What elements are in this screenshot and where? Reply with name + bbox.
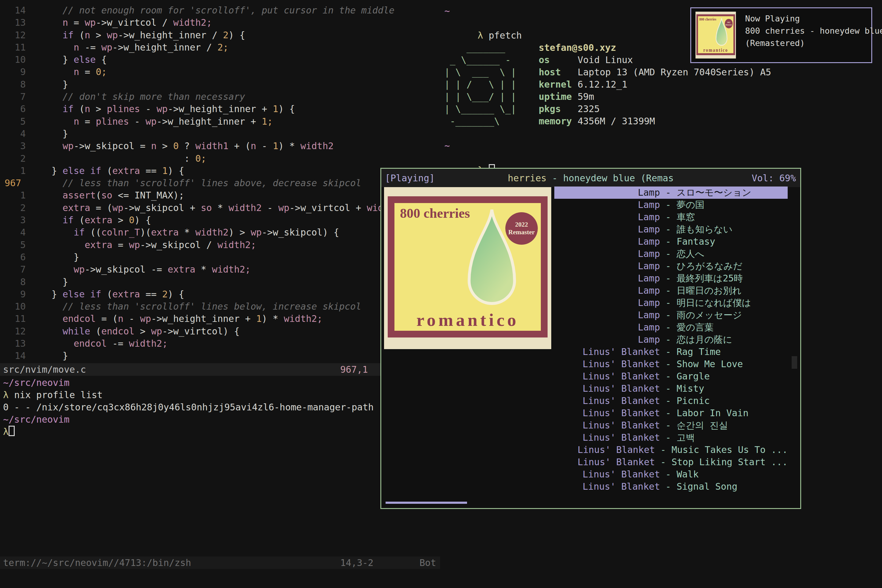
void-linux-ascii-logo: | | \___/ | |: [444, 91, 539, 103]
code-line[interactable]: 7 // don't skip more than necessary: [0, 91, 440, 103]
playlist-row[interactable]: Linus' Blanket - 고백: [554, 432, 788, 444]
relative-line-number: 1: [0, 189, 40, 201]
relative-line-number: 2: [0, 153, 40, 165]
code-line[interactable]: 1 assert(so <= INT_MAX);: [0, 189, 440, 201]
track-artist: Lamp: [554, 321, 660, 333]
track-title: - Labor In Vain: [660, 407, 748, 419]
notification-text: Now Playing 800 cherries - honeydew blue…: [745, 12, 882, 49]
playlist-row[interactable]: Linus' Blanket - Walk: [554, 468, 788, 480]
code-line[interactable]: 967 // less than 'scrolloff' lines above…: [0, 177, 440, 189]
playlist-row[interactable]: Lamp - 雨のメッセージ: [554, 309, 788, 321]
code-line[interactable]: 2 extra = (wp->w_skipcol + so * width2 -…: [0, 202, 440, 214]
track-title: - 恋は月の蔭に: [660, 333, 732, 346]
playlist-row[interactable]: Linus' Blanket - Misty: [554, 382, 788, 395]
playlist-row[interactable]: Lamp - 日曜日のお別れ: [554, 285, 788, 297]
playlist-row[interactable]: Lamp - 恋人へ: [554, 248, 788, 260]
relative-line-number: 14: [0, 350, 40, 362]
playlist-row[interactable]: Lamp - 愛の言葉: [554, 321, 788, 333]
playlist-row[interactable]: Lamp - 最終列車は25時: [554, 272, 788, 285]
playlist-row[interactable]: Lamp - 恋は月の蔭に: [554, 333, 788, 346]
relative-line-number: 13: [0, 16, 40, 29]
playlist-row[interactable]: Linus' Blanket - Rag Time: [554, 346, 788, 358]
code-line[interactable]: 7 wp->w_skipcol -= extra * width2;: [0, 263, 440, 276]
pfetch-label: uptime: [539, 91, 578, 103]
playlist-row[interactable]: Linus' Blanket - Stop Liking Start ...: [554, 456, 788, 468]
playlist-row[interactable]: Lamp - 車窓: [554, 211, 788, 223]
volume-indicator[interactable]: Vol: 69%: [752, 173, 796, 183]
player-marquee-title: herries - honeydew blue (Remas: [508, 173, 674, 183]
code-line[interactable]: 8 }: [0, 78, 440, 91]
music-player-window[interactable]: [Playing] herries - honeydew blue (Remas…: [380, 168, 801, 509]
track-title: - Music Takes Us To ...: [655, 444, 788, 456]
track-progress-bar[interactable]: [386, 502, 467, 504]
track-artist: Linus' Blanket: [554, 370, 660, 382]
playlist[interactable]: Lamp - スロ〜モ〜ションLamp - 夢の国Lamp - 車窓Lamp -…: [554, 186, 788, 493]
code-line[interactable]: 8 }: [0, 276, 440, 288]
playlist-row[interactable]: Lamp - ひろがるなみだ: [554, 260, 788, 272]
desktop: 14 // not enough room for 'scrolloff', p…: [0, 0, 882, 588]
track-artist: Lamp: [554, 272, 660, 285]
code-line[interactable]: 1 } else if (extra == 1) {: [0, 165, 440, 177]
pfetch-row: -_______\memory4356M / 31399M: [444, 115, 771, 128]
track-artist: Lamp: [554, 260, 660, 272]
code-line[interactable]: 6 }: [0, 251, 440, 263]
playlist-row[interactable]: Lamp - 誰も知らない: [554, 223, 788, 236]
playlist-row-selected[interactable]: Lamp - スロ〜モ〜ション: [554, 186, 788, 199]
code-line[interactable]: 14 // not enough room for 'scrolloff', p…: [0, 4, 440, 16]
playlist-row[interactable]: Linus' Blanket - 순간의 진실: [554, 419, 788, 432]
code-area[interactable]: 14 // not enough room for 'scrolloff', p…: [0, 4, 440, 362]
code-line[interactable]: 11 n -= wp->w_height_inner / 2;: [0, 41, 440, 54]
code-line[interactable]: 12 while (endcol > wp->w_virtcol) {: [0, 325, 440, 338]
track-artist: Lamp: [554, 309, 660, 321]
pfetch-value: 2325: [578, 103, 600, 115]
track-title: - 夢の国: [660, 199, 704, 211]
playlist-row[interactable]: Lamp - 明日になれば僕は: [554, 297, 788, 309]
code-line[interactable]: 13 endcol -= width2;: [0, 338, 440, 350]
code-line[interactable]: 3 if (extra > 0) {: [0, 214, 440, 226]
code-line[interactable]: 4 if ((colnr_T)(extra * width2) > wp->w_…: [0, 226, 440, 238]
track-artist: Lamp: [554, 186, 660, 199]
playlist-row[interactable]: Linus' Blanket - Labor In Vain: [554, 407, 788, 419]
playlist-row[interactable]: Lamp - Fantasy: [554, 236, 788, 248]
code-line[interactable]: 9 } else if (extra == 2) {: [0, 288, 440, 300]
relative-line-number: 6: [0, 251, 40, 263]
playlist-scrollbar-thumb[interactable]: [792, 356, 797, 369]
relative-line-number: 10: [0, 54, 40, 66]
playlist-row[interactable]: Linus' Blanket - Gargle: [554, 370, 788, 382]
album-art: 800 cherries 2022 Remaster: [384, 187, 551, 349]
code-line[interactable]: 9 n = 0;: [0, 66, 440, 78]
playlist-row[interactable]: Lamp - 夢の国: [554, 199, 788, 211]
playlist-row[interactable]: Linus' Blanket - Picnic: [554, 395, 788, 407]
playlist-row[interactable]: Linus' Blanket - Signal Song: [554, 480, 788, 493]
pfetch-label: memory: [539, 115, 578, 128]
playlist-row[interactable]: Linus' Blanket - Show Me Love: [554, 358, 788, 370]
player-state-badge: [Playing]: [385, 173, 435, 183]
track-title: - スロ〜モ〜ション: [660, 186, 751, 199]
track-artist: Lamp: [554, 223, 660, 236]
track-artist: Lamp: [554, 297, 660, 309]
code-line[interactable]: 13 n = wp->w_virtcol / width2;: [0, 16, 440, 29]
track-title: - 고백: [660, 432, 695, 444]
code-line[interactable]: 6 if (n > plines - wp->w_height_inner + …: [0, 103, 440, 115]
code-line[interactable]: 12 if (n > wp->w_height_inner / 2) {: [0, 29, 440, 41]
code-line[interactable]: 5 extra = wp->w_skipcol / width2;: [0, 239, 440, 251]
terminal-buffer-name: term://~/src/neovim//4713:/bin/zsh: [0, 557, 191, 568]
code-line[interactable]: 3 wp->w_skipcol = n > 0 ? width1 + (n - …: [0, 140, 440, 152]
now-playing-notification[interactable]: 800 cherries 2022 Remaster: [690, 8, 872, 63]
code-line[interactable]: 10 // less than 'scrolloff' lines below,…: [0, 300, 440, 313]
void-linux-ascii-logo: -_______\: [444, 115, 539, 128]
track-title: - 恋人へ: [660, 248, 704, 260]
relative-line-number: 4: [0, 128, 40, 140]
relative-line-number: 3: [0, 140, 40, 152]
relative-line-number: 11: [0, 313, 40, 325]
code-line[interactable]: 14 }: [0, 350, 440, 362]
track-artist: Linus' Blanket: [554, 432, 660, 444]
code-line[interactable]: 11 endcol = (n - wp->w_height_inner + 1)…: [0, 313, 440, 325]
code-line[interactable]: 10 } else {: [0, 54, 440, 66]
code-line[interactable]: 4 }: [0, 128, 440, 140]
left-terminal[interactable]: ~/src/neovimλ nix profile list0 - - /nix…: [3, 376, 374, 438]
playlist-row[interactable]: Linus' Blanket - Music Takes Us To ...: [554, 444, 788, 456]
track-title: - Signal Song: [660, 480, 738, 493]
code-line[interactable]: 2 : 0;: [0, 153, 440, 165]
code-line[interactable]: 5 n = plines - wp->w_height_inner + 1;: [0, 116, 440, 128]
